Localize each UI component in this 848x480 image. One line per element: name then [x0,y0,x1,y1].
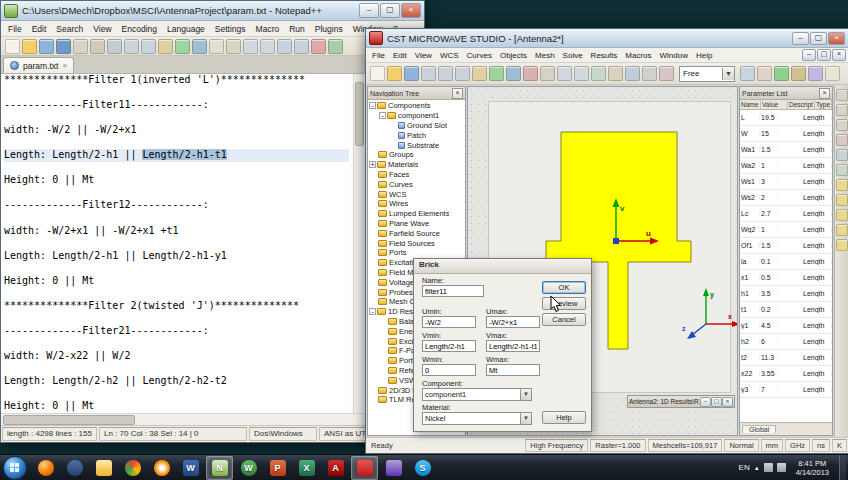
macro-play-icon[interactable] [328,39,343,54]
component-dropdown[interactable]: component1 ▼ [422,388,532,401]
pick-face-icon[interactable] [836,119,848,131]
help-button[interactable]: Help [542,411,586,424]
parameter-value[interactable]: 4.5 [760,322,778,329]
parameter-row[interactable]: Wa1 1.5 Length [740,142,832,158]
menu-item[interactable]: View [411,50,436,61]
explorer-icon[interactable] [96,460,112,476]
language-indicator[interactable]: EN [739,463,750,472]
parameter-value[interactable]: 3.55 [760,370,778,377]
tree-expander-icon[interactable] [369,191,377,198]
parameter-value[interactable]: 2 [760,194,778,201]
parameter-row[interactable]: Of1 1.5 Length [740,238,832,254]
parameter-value[interactable]: 1.5 [760,146,778,153]
parameter-row[interactable]: L 19.5 Length [740,110,832,126]
menu-item[interactable]: Help [692,50,716,61]
menu-item[interactable]: Macro [251,22,285,36]
tree-expander-icon[interactable] [369,289,377,296]
tree-expander-icon[interactable] [369,396,377,403]
new-project-icon[interactable] [370,66,385,81]
vmin-field[interactable] [422,340,476,352]
scrollbar-thumb[interactable] [3,415,135,425]
parameter-value[interactable]: 3 [760,178,778,185]
column-header[interactable]: Value [761,100,788,109]
cut-icon[interactable] [124,39,139,54]
material-icon[interactable] [757,66,772,81]
parameter-value[interactable]: 0.5 [760,274,778,281]
tree-expander-icon[interactable] [369,181,377,188]
fit-view-icon[interactable] [591,66,606,81]
panel-close-icon[interactable]: × [452,88,463,99]
notepad-titlebar[interactable]: C:\Users\DMech\Dropbox\MSCI\AntennaProje… [1,1,424,21]
restore-button[interactable]: ▢ [810,32,827,45]
cst-titlebar[interactable]: CST MICROWAVE STUDIO - [Antenna2*] – ▢ × [366,29,848,48]
parameter-row[interactable]: Ws1 3 Length [740,174,832,190]
menu-item[interactable]: Encoding [117,22,162,36]
tab-param-txt[interactable]: param.txt × [3,57,74,73]
tree-expander-icon[interactable] [379,347,387,354]
tree-expander-icon[interactable] [369,298,377,305]
tree-expander-icon[interactable] [369,220,377,227]
column-header[interactable]: Type [815,100,832,109]
taskbar-slot[interactable]: S [409,456,436,480]
minimize-button[interactable]: – [792,32,809,45]
close-button[interactable]: × [401,3,421,18]
tree-expander-icon[interactable] [369,171,377,178]
tree-expander-icon[interactable] [369,387,377,394]
print-icon[interactable] [107,39,122,54]
find-icon[interactable] [209,39,224,54]
tree-expander-icon[interactable] [369,102,376,109]
paste-icon[interactable] [472,66,487,81]
parameter-value[interactable]: 15 [760,130,778,137]
pick-edge-icon[interactable] [836,104,848,116]
tree-expander-icon[interactable] [379,318,387,325]
taskbar-slot[interactable]: P [264,456,291,480]
tree-item[interactable]: Ground Slot [368,121,465,131]
taskbar-slot[interactable] [119,456,146,480]
preview-button[interactable]: Preview [542,297,586,310]
clear-picks-icon[interactable] [836,134,848,146]
menu-item[interactable]: Settings [210,22,251,36]
tree-item[interactable]: Substrate [368,140,465,150]
messenger-icon[interactable] [67,460,83,476]
parameter-row[interactable]: Ws2 2 Length [740,190,832,206]
menu-item[interactable]: Edit [389,50,411,61]
menu-item[interactable]: File [3,22,27,36]
cst-studio-icon[interactable] [357,460,373,476]
parameter-value[interactable]: 1 [760,162,778,169]
cone-shape-icon[interactable] [836,224,848,236]
tree-item[interactable]: Curves [368,179,465,189]
tree-item[interactable]: Wires [368,199,465,209]
wmax-field[interactable] [486,364,540,376]
taskbar-slot[interactable] [351,456,378,480]
tree-expander-icon[interactable] [369,279,377,286]
copy-icon[interactable] [455,66,470,81]
redo-icon[interactable] [506,66,521,81]
tree-item[interactable]: Farfield Source [368,228,465,238]
zoom-in-icon[interactable] [557,66,572,81]
parameter-value[interactable]: 3.5 [760,290,778,297]
parameter-row[interactable]: h2 6 Length [740,334,832,350]
paste-icon[interactable] [158,39,173,54]
tree-expander-icon[interactable] [369,230,377,237]
global-tab[interactable]: Global [742,425,776,433]
parameter-row[interactable]: Wa2 1 Length [740,158,832,174]
taskbar-slot[interactable] [32,456,59,480]
menu-item[interactable]: Plugins [310,22,348,36]
help-icon[interactable] [825,66,840,81]
parameter-row[interactable]: la 0.1 Length [740,254,832,270]
word-wrap-icon[interactable] [277,39,292,54]
torus-shape-icon[interactable] [836,239,848,251]
tree-item[interactable]: Faces [368,170,465,180]
macro-record-icon[interactable] [311,39,326,54]
acrobat-icon[interactable]: A [328,460,344,476]
minimized-results-window[interactable]: Antenna2: 1D Results\R... – ▢ × [627,395,735,408]
editor-horizontal-scrollbar[interactable] [1,413,424,425]
menu-item[interactable]: Language [162,22,210,36]
taskbar-slot[interactable]: X [293,456,320,480]
menu-item[interactable]: File [368,50,389,61]
brick-dialog-title[interactable]: Brick [414,259,591,274]
tree-expander-icon[interactable] [379,112,386,119]
menu-item[interactable]: Results [587,50,622,61]
parameter-value[interactable]: 19.5 [760,114,778,121]
tree-expander-icon[interactable] [369,308,376,315]
